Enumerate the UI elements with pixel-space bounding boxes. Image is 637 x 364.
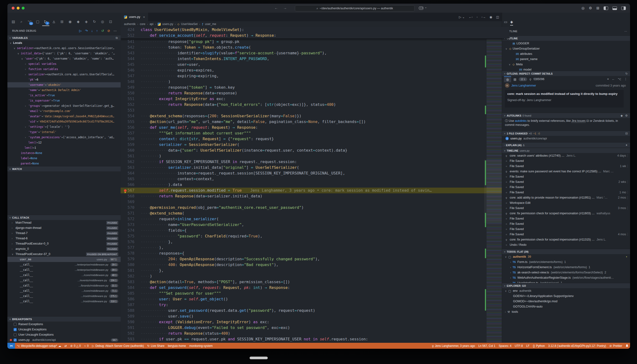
code-line[interactable]: 564················instance=request._req…	[121, 170, 509, 176]
todos-group-row[interactable]: ∨▢authentik39●	[502, 254, 630, 259]
autolinks-add-icon[interactable]: ◆	[620, 114, 623, 117]
tab-users-py[interactable]: users.py ×	[121, 13, 148, 21]
variable-row[interactable]: ›special variables	[8, 61, 121, 66]
code-line[interactable]: 543················identifier=slugify(va…	[121, 50, 509, 56]
variable-row[interactable]: 'type' = 'internal'	[8, 130, 121, 135]
code-line[interactable]: 569	[121, 199, 509, 205]
variable-row[interactable]: ›'settings' = {'locale': ''}	[8, 124, 121, 130]
timeline-row[interactable]: ○File Saved	[502, 221, 630, 226]
variable-row[interactable]: instance = None	[8, 150, 121, 156]
variable-row[interactable]: ›'groups' = <generator object UserSelfSe…	[8, 103, 121, 108]
explain-ai-section-header[interactable]: ›EXPLAIN (AI)Δ✦	[502, 142, 630, 148]
go-env-var[interactable]: GOMOD=~/dev/authentik/go.mod	[502, 299, 630, 304]
breakpoint-row[interactable]: Raised Exceptions	[8, 322, 121, 327]
code-line[interactable]: 546················expires=expires,	[121, 68, 509, 73]
timeline-row[interactable]: ○File Saved4 mos	[502, 232, 630, 237]
explorer-icon[interactable]: ▤	[10, 18, 17, 26]
code-line[interactable]: 572········request=inline_serializer(	[121, 216, 509, 222]
timeline-row[interactable]: ○File Saved3 mos	[502, 206, 630, 211]
code-line[interactable]: 512 def service_account(self, request: R…	[121, 33, 509, 38]
variable-row[interactable]: 'name' = 'authentik Default Admin'	[8, 88, 121, 93]
code-line[interactable]: 571····@extend_schema(	[121, 210, 509, 216]
timeline-row[interactable]: ○File Saved1 wk	[502, 164, 630, 169]
go-env-row[interactable]: ∨▢envauthentik	[502, 288, 630, 294]
refresh-icon[interactable]: ↻	[625, 72, 630, 75]
code-line[interactable]: 544················intent=TokenIntents.I…	[121, 56, 509, 62]
code-line[interactable]: 578········responses={	[121, 250, 509, 256]
code-line[interactable]: 551········except IntegrityError as exc:	[121, 96, 509, 102]
timeline-row[interactable]: ϙevents: make sure password set event ha…	[502, 169, 630, 174]
ports-status[interactable]: ⌁0	[82, 343, 90, 349]
eol[interactable]: LF	[524, 343, 531, 349]
variable-row[interactable]: ∨'user' = {'pk': 6, 'username': 'akadmin…	[8, 56, 121, 61]
callstack-frame[interactable]: __call__.../core/middleware.py48:1	[8, 272, 121, 278]
variable-row[interactable]: label = None	[8, 156, 121, 161]
code-line[interactable]: 559········serializer = SessionUserSeria…	[121, 142, 509, 148]
variable-row[interactable]: 'username' = 'akadmin'	[8, 82, 121, 88]
step-into-button[interactable]: ↓	[91, 29, 93, 33]
outline-row[interactable]: [@]parent_name	[502, 56, 630, 62]
remote-explorer-icon[interactable]: ▢	[34, 18, 41, 26]
blame-status[interactable]: ϙJens Langhammer, 3 years ago	[430, 343, 477, 349]
breakpoint-checkbox[interactable]: ✓	[14, 328, 17, 331]
code-line[interactable]: 568········return Response(data=serializ…	[121, 193, 509, 199]
breakpoints-section-header[interactable]: ∨BREAKPOINTS	[8, 316, 121, 322]
code-line[interactable]: 542············token: Token = Token.obje…	[121, 44, 509, 50]
breakpoint-row[interactable]: ✓Uncaught Exceptions	[8, 327, 121, 332]
copilot-chevron-icon[interactable]: ⌄	[424, 6, 427, 9]
callstack-frame[interactable]: __call__.../core/middleware.py71:1	[8, 288, 121, 294]
next-change-button[interactable]: ◦→	[482, 15, 486, 19]
code-line[interactable]: 586········user: User = self.get_object(…	[121, 296, 509, 302]
outline-row[interactable]: [@]attributes	[502, 51, 630, 56]
prettier-status[interactable]: ⊘Prettier	[608, 343, 624, 349]
watch-section-header[interactable]: ∨WATCH	[8, 166, 121, 172]
timeline-row[interactable]: ϙcore: add ability to provide reason for…	[502, 195, 630, 200]
todo-file-row[interactable]: ›TSHorizontalFormElement.ts(web/src/elem…	[502, 264, 630, 270]
timeline-section-header[interactable]: ∨TIMELINEusers.py	[502, 148, 630, 153]
remote-indicator[interactable]: ><	[8, 343, 15, 349]
timeline-row[interactable]: ○File Saved	[502, 174, 630, 179]
callstack-frame[interactable]: __call__.../enterprise/middleware.py39:1	[8, 267, 121, 272]
code-line[interactable]: 563············serializer.initial_data["…	[121, 165, 509, 170]
code-line[interactable]: 580············400: OpenApiResponse(desc…	[121, 262, 509, 268]
copy-icon[interactable]: ⧉	[116, 36, 121, 40]
callstack-thread[interactable]: ›ThreadPoolExecutor-0_0PAUSED	[8, 241, 121, 246]
branch-status[interactable]: ⌥lifecycle/fix-debugger-setup*☁	[15, 343, 63, 349]
code-line[interactable]: 593········if user.pk == request.user.pk…	[121, 336, 509, 342]
toggle-bottom-panel-icon[interactable]	[612, 6, 617, 10]
go-env-var[interactable]: GOTOOLCHAIN=auto	[502, 304, 630, 309]
source-control-icon[interactable]: ⌥12	[26, 18, 33, 26]
code-line[interactable]: 582····)	[121, 274, 509, 279]
timeline-row[interactable]: ○File Saved2 wks	[502, 179, 630, 184]
callstack-frame[interactable]: __call__.../events/middleware.py156:1	[8, 278, 121, 283]
code-line[interactable]: 554····@extend_schema(responses={200: Se…	[121, 113, 509, 119]
timeline-row[interactable]: ○File Saved	[502, 216, 630, 221]
containers-icon[interactable]: ⊡	[107, 18, 114, 26]
code-line[interactable]: 588············user.set_password(request…	[121, 308, 509, 314]
account-icon[interactable]: ◎	[582, 6, 584, 10]
code-line[interactable]: 585········"""Set password for user"""	[121, 290, 509, 296]
variable-row[interactable]: ∨Locals	[8, 40, 121, 46]
run-python-file-button[interactable]: ▷ ⌄	[459, 15, 465, 19]
code-line[interactable]: 555····@action(url_path="me", url_name="…	[121, 119, 509, 125]
code-line[interactable]: 589············user.save()	[121, 314, 509, 319]
timeline-row[interactable]: ○Undo / Redo	[502, 242, 630, 248]
code-line[interactable]: 550············return Response(data=resp…	[121, 90, 509, 96]
code-line[interactable]: 590········except (ValidationError, Inte…	[121, 319, 509, 325]
close-window-button[interactable]	[12, 7, 14, 10]
timeline-row[interactable]: ○File Saved	[502, 184, 630, 190]
run-or-debug-button[interactable]: ◉	[490, 15, 492, 19]
code-line[interactable]: 558········context: dict[str, Request] =…	[121, 136, 509, 142]
callstack-thread[interactable]: ›MainThreadPAUSED	[8, 220, 121, 225]
code-line[interactable]: ▶567········self.request.session.modifie…	[121, 188, 509, 193]
callstack-thread[interactable]: ›django-main-threadPAUSED	[8, 225, 121, 230]
variables-section-header[interactable]: ∨VARIABLES⧉	[8, 35, 121, 40]
gitlens-icon[interactable]: ◆	[74, 18, 82, 26]
code-line[interactable]: 545················user=user,	[121, 62, 509, 68]
code-line[interactable]: 547················expiring=expiring,	[121, 73, 509, 79]
callstack-frame[interactable]: __call__.../brands/middleware.py31:1	[8, 283, 121, 288]
todo-file-row[interactable]: ›TSForm.ts(web/src/elements/forms)1	[502, 259, 630, 264]
compare-changes[interactable]: ⇄	[63, 343, 69, 349]
code-line[interactable]: 562········if SESSION_KEY_IMPERSONATE_US…	[121, 159, 509, 165]
outline-row[interactable]: ∨◇UserGroupSerializer	[502, 46, 630, 51]
